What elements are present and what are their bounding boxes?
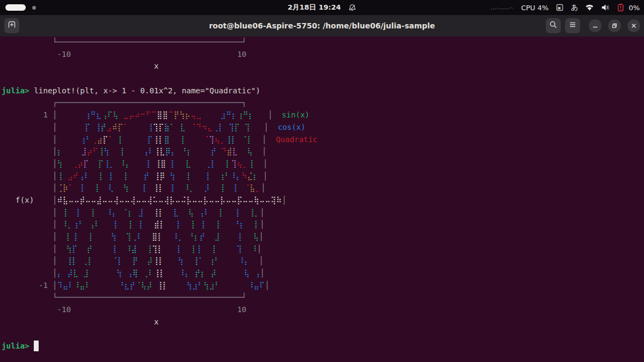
cpu-sparkline [491, 4, 514, 11]
wifi-icon [585, 4, 594, 11]
terminal-cursor [34, 341, 39, 351]
minimize-button[interactable] [589, 19, 602, 32]
workspace-other-dot[interactable] [32, 6, 36, 10]
restore-button[interactable] [608, 19, 621, 32]
terminal-row: │⡄ ⡼⣇ ⣸ ⢳ ⢠⢿ ⢀⠇⢸⡇ ⠸⡄ ⡞⡆ ⡼ ⢧ ⢠│ [2, 267, 642, 279]
julia-prompt: julia> [2, 86, 30, 95]
cpu-label: CPU 4% [521, 4, 548, 12]
terminal-row: │ ⢰⠃⢀⣴⡏⠁ ⡇ ⡏⢸⡇⣿ ⢸ ⠈⢹⢦⡀⢸⡇ ⠈⡇ │ Quadratic [2, 134, 642, 146]
terminal-row: 1 │ ⢰⠛⣆⢠⠏⢧ ⣀⡤⠴⠒⠋⠉⣿⣿⠉⡟⢳⡦⢤⣀ ⣰⠛⡆⢰⠛⡆ │ sin(x… [2, 109, 642, 121]
restore-icon [611, 21, 618, 31]
close-button[interactable] [627, 19, 640, 32]
hamburger-icon [568, 20, 577, 31]
legend-entry: Quadratic [276, 135, 317, 144]
system-panel: 2月18日 19:24 CPU 4% あ [0, 0, 644, 15]
menu-button[interactable] [565, 18, 580, 33]
battery-warning-icon [617, 3, 625, 12]
system-monitor-icon [555, 3, 564, 12]
clock-label: 2月18日 19:24 [288, 3, 341, 12]
terminal-row: -10 10 [2, 304, 642, 316]
status-tray[interactable]: CPU 4% あ [491, 0, 640, 15]
terminal-row [2, 328, 642, 341]
ime-indicator[interactable]: あ [571, 3, 578, 12]
terminal-row: │ ⡇⢸ ⢸ ⢳ ⢹⢀⠇ ⣿⡇ ⠸⡀ ⠘⡆⡞ ⣸ ⡇ ⢧│ [2, 231, 642, 243]
legend-entry: sin(x) [282, 110, 310, 119]
terminal-row [2, 352, 642, 362]
search-button[interactable] [546, 18, 561, 33]
terminal-row: julia> [2, 340, 642, 352]
minimize-icon [592, 21, 598, 31]
terminal-row: │⢈⡷⠁ ⢸ ⢸ ⢇ ⢳ ⡇ ⢸⡇ ⢸ ⠸⡀ ⡸ ⢸ ⡇ ⠈⣧⡀│ [2, 182, 642, 194]
close-icon [631, 21, 637, 31]
volume-icon [601, 4, 610, 11]
battery-label: 0% [628, 4, 640, 12]
terminal-titlebar[interactable]: root@blue06-Aspire-5750: /home/blue06/ju… [0, 15, 644, 36]
terminal-row: │ ⢸ ⡇ ⡇ ⠸⡄ ⠈⡆ ⣸ ⢸⡇ ⣇ ⢧ ⢠⠇ ⡇ ⢸ ⢸⡀│ [2, 206, 642, 219]
terminal-row: │⢸ ⣠⠞⢠⠇ ⡇ ⡇ ⡇ ⡞ ⢸⡿ ⢳ ⢸ ⢸ ⢰⠃⠸⡄⠳⣌⡆ │ [2, 170, 642, 182]
julia-prompt: julia> [2, 342, 30, 350]
search-icon [549, 20, 558, 31]
terminal-row: │⢳ ⢀⡴⡏ ⡏⢸⡀ ⠸⡄ ⢸ ⢸⣿ ⡇ ⣇ ⢀⡇ ⡇⢹⢦⡀⢸ │ [2, 158, 642, 170]
terminal-row: -1 │⠹⣤⠇⠸⣤⠇ ⠘⣆⡞⠈⢧⡼ ⢸⡇ ⢳⣰⠃⢳⣰⠃ ⠸⣤⠏│ [2, 279, 642, 292]
workspace-indicator[interactable] [5, 0, 36, 15]
terminal-row: │⡆ ⣸⡴⠋⢸⢳ ⢸ ⢠⠇⢸⣇⡿⡄ ⠘⡆ ⡞ ⠙⣾⣇ ⢧ │ [2, 145, 642, 158]
legend-entry: cos(x) [278, 123, 306, 131]
command-text: lineplot!(plt, x-> 1 - 0.01x^2, name="Qu… [30, 86, 260, 95]
terminal-row: │ ⢸⡇ ⢀⡇ ⠈⡇ ⡟ ⡼⢸⡇ ⢳ ⢸⠁ ⢰⠃ ⠸⡄ │ [2, 255, 642, 267]
terminal-row: ┌───────────────────────────────────────… [2, 97, 642, 109]
terminal-row: │ ⠸⡀⢰⠃ ⢠⠇ ⡇ ⡇ ⡇ ⣾⡇ ⢸ ⢸ ⢸ ⢸ ⠘⡆ ⡇│ [2, 218, 642, 231]
terminal-row: x [2, 316, 642, 328]
terminal-row: x [2, 60, 642, 72]
terminal-row [2, 72, 642, 85]
terminal-row: julia> lineplot!(plt, x-> 1 - 0.01x^2, n… [2, 85, 642, 97]
terminal-row: f(x) │⠾⣧⠤⠤⡾⠤⠤⣼⠤⠤⢼⠤⠤⢼⠤⠤⢼⠥⠤⢼⡧⠤⠬⡧⠤⠤⡧⠤⠤⡧⠤⠤⡯⠤… [2, 194, 642, 206]
terminal-row: └───────────────────────────────────────… [2, 291, 642, 304]
clock-menu[interactable]: 2月18日 19:24 [288, 0, 356, 15]
terminal-row: -10 10 [2, 48, 642, 61]
workspace-active-pill[interactable] [5, 4, 26, 11]
terminal-screen[interactable]: └───────────────────────────────────────… [2, 36, 642, 362]
bell-disabled-icon [348, 4, 356, 12]
terminal-row: │ ⡏ ⢸⡞⣠⠾⡏⠁ ⢸⢹⡏⣷⠁ ⣇ ⠈⠙⠲⣄⢀⡇ ⢹⡏ ⢹ │ cos(x) [2, 121, 642, 134]
terminal-row: └───────────────────────────────────────… [2, 36, 642, 48]
terminal-row: │ ⢳⡏ ⡞ ⢸ ⠸⣼ ⢸⢹⡇ ⡇ ⡇⡇ ⡇ ⢹ ⠸│ [2, 243, 642, 255]
